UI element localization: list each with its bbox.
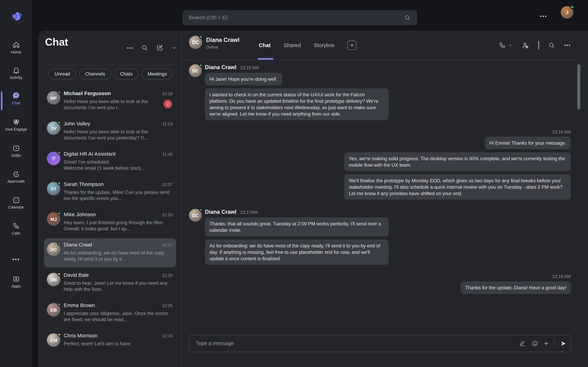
call-button[interactable] bbox=[499, 42, 512, 49]
presence-badge bbox=[57, 302, 61, 306]
search-icon bbox=[404, 14, 411, 21]
sidebar-item-calls[interactable]: Calls bbox=[0, 222, 32, 235]
conversation-preview: Perfect, team! Let's aim to have bbox=[64, 341, 172, 347]
sidebar-item-home[interactable]: Home bbox=[0, 41, 32, 54]
conversation-row[interactable]: ▽Digital HR AI Assistant11:45Great! I've… bbox=[38, 147, 181, 178]
main-panel: Chat ••• Unread Channels Chats Meetings bbox=[38, 31, 588, 367]
bell-icon bbox=[12, 66, 20, 74]
add-people-button[interactable] bbox=[521, 42, 529, 49]
conversation-row[interactable]: MJMike Johnson12:10Hey team, I just fini… bbox=[38, 208, 181, 238]
new-chat-compose-icon[interactable] bbox=[156, 44, 164, 51]
message-time: 12:16 AM bbox=[552, 129, 571, 134]
conversation-preview: Great! I've scheduled: Welcome email (1 … bbox=[64, 159, 172, 171]
conversation-time: 12:25 bbox=[162, 303, 173, 308]
contact-name: Diana Crawl bbox=[206, 37, 240, 43]
avatar: DC bbox=[189, 64, 202, 77]
avatar: ST bbox=[47, 182, 60, 195]
divider bbox=[49, 65, 176, 65]
conversation-row[interactable]: STSarah Thompson12:07Thanks for the upda… bbox=[38, 178, 181, 208]
contact-avatar[interactable]: DC bbox=[189, 36, 202, 49]
conversation-row[interactable]: EBEmma Brown12:25I appreciate your dilig… bbox=[38, 299, 181, 329]
avatar: MF bbox=[47, 91, 60, 105]
tab-shared[interactable]: Shared bbox=[284, 42, 301, 49]
chat-filter-more-icon[interactable]: ••• bbox=[127, 45, 133, 50]
avatar: DC bbox=[47, 242, 60, 256]
rail-label: Calendar bbox=[8, 205, 24, 209]
shifts-clock-icon bbox=[12, 144, 20, 152]
filter-chats[interactable]: Chats bbox=[114, 68, 138, 80]
message-bubble: Hi Jane! Hope you're doing well. bbox=[205, 73, 282, 85]
message-bubble: Thanks, that all sounds great. Tuesday a… bbox=[205, 217, 389, 236]
conversation-preview: Hey team, I just finished going through … bbox=[64, 220, 172, 232]
add-tab-button[interactable]: + bbox=[347, 41, 357, 50]
conversation-time: 12:30 bbox=[162, 333, 173, 338]
settings-more-icon[interactable]: ••• bbox=[540, 13, 547, 20]
message-sender: Diana Crawl bbox=[205, 209, 236, 215]
presence-badge bbox=[570, 5, 574, 9]
conversation-row[interactable]: MFMichael Fergusson10:18Hello! Have you … bbox=[38, 87, 181, 117]
rail-label: Chat bbox=[12, 101, 20, 105]
message-sender: Diana Crawl bbox=[205, 64, 236, 71]
conversation-name: Diana Crawl bbox=[64, 242, 92, 248]
search-in-chat-icon[interactable] bbox=[548, 42, 555, 49]
conversation-time: 12:07 bbox=[162, 182, 173, 187]
sidebar-item-activity[interactable]: Activity bbox=[0, 66, 32, 80]
conversation-row[interactable]: CMChris Morrison12:30Perfect, team! Let'… bbox=[38, 329, 181, 359]
message-composer: + ➤ bbox=[189, 335, 571, 352]
search-input[interactable] bbox=[189, 15, 404, 21]
conversation-row[interactable]: DCDiana Crawl12:17As for onboarding: we … bbox=[38, 238, 181, 268]
message-bubble: Yes, we're making solid progress. The de… bbox=[344, 152, 571, 171]
thread-panel: DC Diana Crawl Online Chat Shared Storyl… bbox=[181, 31, 588, 367]
send-icon[interactable]: ➤ bbox=[561, 340, 566, 347]
sidebar-item-chat[interactable]: Chat bbox=[0, 92, 32, 105]
tab-storyline[interactable]: Storyline bbox=[314, 42, 335, 49]
conversation-preview: Hello! Have you been able to look at the… bbox=[64, 129, 172, 141]
teams-logo-icon[interactable]: T bbox=[10, 10, 23, 23]
conversation-name: Mike Johnson bbox=[64, 212, 96, 218]
app-rail: T Home Activity Chat Viva Engag bbox=[0, 0, 32, 367]
presence-badge bbox=[57, 212, 61, 215]
attach-plus-icon[interactable]: + bbox=[544, 340, 548, 347]
tab-chat[interactable]: Chat bbox=[259, 42, 271, 49]
filter-meetings[interactable]: Meetings bbox=[142, 68, 173, 80]
chat-bubble-icon bbox=[12, 92, 20, 100]
emoji-icon[interactable] bbox=[532, 340, 538, 347]
teams-app-window: T Home Activity Chat Viva Engag bbox=[0, 0, 588, 367]
message-time: 12:15 AM bbox=[240, 65, 259, 70]
conversation-row[interactable]: DBDavid Bale12:20Great to hear, Jane! Le… bbox=[38, 268, 181, 299]
presence-badge bbox=[57, 91, 61, 94]
conversation-time: 11:45 bbox=[162, 152, 173, 157]
presence-badge bbox=[57, 181, 61, 185]
presence-badge bbox=[57, 121, 61, 125]
conversation-name: David Bale bbox=[64, 272, 89, 278]
chevron-down-icon[interactable] bbox=[172, 45, 177, 50]
avatar: CM bbox=[47, 333, 60, 347]
sidebar-item-calendar[interactable]: Calendar bbox=[0, 196, 32, 209]
calendar-icon bbox=[12, 196, 20, 204]
sidebar-item-approvals[interactable]: Approvals bbox=[0, 170, 32, 184]
conversation-row[interactable]: JVJohn Valley11:23Hello! Have you been a… bbox=[38, 117, 181, 147]
sidebar-item-apps[interactable]: Apps bbox=[0, 275, 32, 288]
unread-badge: 2 bbox=[164, 100, 172, 108]
thread-more-icon[interactable]: ••• bbox=[564, 42, 571, 48]
message-input[interactable] bbox=[196, 340, 519, 347]
rail-label: Activity bbox=[10, 75, 22, 80]
scrollbar-thumb[interactable] bbox=[577, 64, 580, 109]
sidebar-item-viva-engage[interactable]: Viva Engage bbox=[0, 118, 32, 132]
conversation-preview: Great to hear, Jane! Let me know if you … bbox=[64, 280, 172, 292]
phone-icon bbox=[12, 222, 20, 230]
format-pen-icon[interactable] bbox=[519, 340, 526, 347]
user-avatar[interactable]: J bbox=[561, 6, 573, 19]
conversation-name: Sarah Thompson bbox=[64, 181, 104, 187]
message-bubble: I wanted to check in on the current stat… bbox=[205, 88, 389, 120]
thread-tabs: Chat Shared Storyline + bbox=[259, 31, 357, 60]
search-chat-icon[interactable] bbox=[141, 44, 148, 51]
filter-channels[interactable]: Channels bbox=[79, 68, 111, 80]
sidebar-item-shifts[interactable]: Shifts bbox=[0, 144, 32, 158]
conversation-time: 11:23 bbox=[162, 121, 173, 126]
presence-badge bbox=[57, 242, 61, 246]
filter-unread[interactable]: Unread bbox=[49, 68, 76, 80]
home-icon bbox=[12, 41, 20, 49]
chevron-down-icon bbox=[508, 43, 512, 47]
rail-more-icon[interactable]: ••• bbox=[0, 256, 32, 263]
